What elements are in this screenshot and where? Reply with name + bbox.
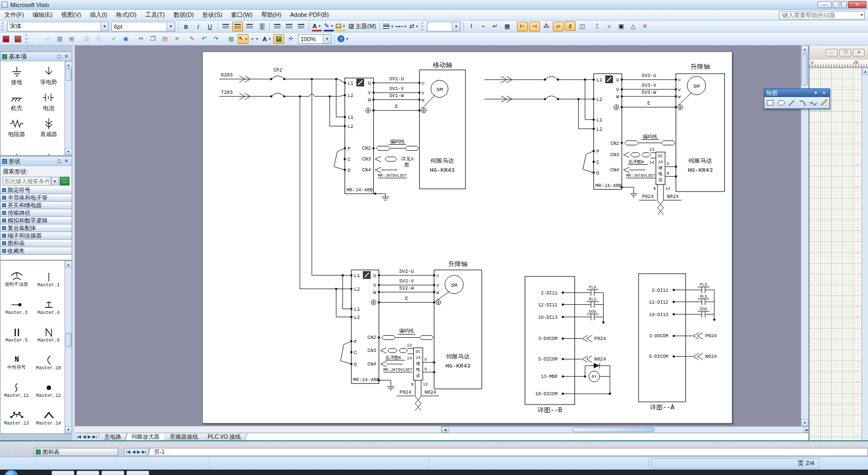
align-center-button[interactable]: [232, 22, 243, 31]
zoom-tool[interactable]: ⌕: [604, 22, 615, 31]
toolbar-grip[interactable]: [2, 22, 4, 30]
stencil-shape-6[interactable]: 衰减器: [33, 113, 65, 139]
chevron-down-icon[interactable]: ▼: [860, 13, 864, 17]
pointer-tool-button[interactable]: ↖▼: [238, 34, 248, 44]
help-button[interactable]: ?▼: [337, 34, 349, 44]
chevron-down-icon[interactable]: ▼: [812, 91, 819, 95]
line-weight-button[interactable]: ▼: [382, 22, 394, 31]
panel-close-icon[interactable]: ✕: [62, 158, 70, 164]
cut-button[interactable]: ✂: [136, 34, 146, 44]
text-tool-button[interactable]: A▼: [261, 34, 272, 44]
bold-button[interactable]: B: [181, 22, 192, 31]
category-bar[interactable]: 模拟和数字逻辑: [1, 217, 72, 224]
category-bar[interactable]: 开关和继电器: [1, 202, 72, 209]
stencil-shape-2[interactable]: 等电势: [33, 61, 65, 87]
delete-button[interactable]: ✕: [171, 34, 182, 44]
connector-tool-button[interactable]: ⌐▼: [250, 34, 260, 44]
master-shape[interactable]: Master.10: [33, 345, 65, 373]
font-size-combo[interactable]: 6pt▼: [111, 22, 175, 31]
category-bar[interactable]: 复合装配体: [1, 224, 72, 232]
copy-button[interactable]: ❐: [148, 34, 158, 44]
sheet-tab-2[interactable]: 伺服放大器: [125, 433, 167, 440]
search-go-button[interactable]: →: [60, 177, 69, 185]
underline-button[interactable]: U: [205, 22, 215, 31]
master-shape[interactable]: 暂时不清楚: [1, 262, 33, 290]
insert-picture-button[interactable]: ▩: [226, 34, 237, 44]
windows-taskbar[interactable]: [0, 470, 868, 475]
undo-button[interactable]: ↶: [199, 34, 209, 44]
italic-button[interactable]: I: [193, 22, 203, 31]
style-combo[interactable]: ▼: [427, 22, 461, 31]
line-color-button[interactable]: ✎▼: [323, 22, 334, 31]
snap-grid-toggle[interactable]: ♯: [565, 21, 576, 31]
print-button[interactable]: ⎙: [81, 34, 92, 44]
sheet-tab-4[interactable]: PLC I/O 接线: [202, 433, 247, 440]
master-shape[interactable]: Master.13: [1, 400, 33, 428]
nav-next-button[interactable]: ▶: [87, 434, 91, 439]
menu-item[interactable]: 文件(F): [0, 10, 28, 19]
menu-item[interactable]: 形状(S): [198, 10, 227, 19]
stencil-shape-partial[interactable]: [33, 139, 65, 155]
drawing-toolbar[interactable]: 绘图 ▼ ✕: [764, 88, 830, 109]
taskbar-button[interactable]: [101, 471, 124, 475]
paste-button[interactable]: ▤: [159, 34, 170, 44]
nav-next-button[interactable]: ▶: [137, 450, 140, 454]
nav-first-button[interactable]: |◀: [126, 450, 130, 454]
menu-item[interactable]: 插入(I): [85, 10, 111, 19]
menu-item[interactable]: 视图(V): [57, 10, 86, 19]
stencil-shape-5[interactable]: 电阻器: [1, 113, 33, 139]
sheet-tab-1[interactable]: 主电路: [98, 433, 128, 440]
toolbar-grip[interactable]: [422, 22, 424, 30]
format-painter-button[interactable]: ✎: [187, 34, 197, 44]
ellipse-tool[interactable]: [777, 99, 786, 107]
crop-tool[interactable]: ▣: [616, 22, 627, 31]
category-bar[interactable]: 图和表: [1, 240, 72, 247]
triangle-tool[interactable]: △: [628, 22, 639, 31]
rectangle-tool[interactable]: [766, 99, 775, 107]
restore-button[interactable]: ❐: [839, 49, 851, 56]
stencil-title-bar[interactable]: 基本项 ◻ ✕: [1, 52, 72, 61]
open-button[interactable]: ▱: [42, 34, 53, 44]
taskbar-button[interactable]: [52, 471, 74, 475]
shapes-title-bar[interactable]: 形状 ◻ ✕: [1, 157, 72, 166]
category-bar[interactable]: 收藏夹: [1, 247, 72, 255]
master-shape[interactable]: N中性符号: [1, 345, 33, 373]
minimized-window-titlebar[interactable]: 图和表: [34, 448, 118, 456]
glue-toggle[interactable]: ⊣: [529, 22, 540, 31]
dynamic-grid-toggle[interactable]: ⁂: [541, 22, 552, 31]
font-combo[interactable]: 宋体▼: [7, 22, 109, 31]
drawing-page[interactable]: 移动轴SMSV1-UUUSV1-VVVSV1-WWWEL1L2L1L2PCDCN…: [202, 52, 732, 423]
stencil-shape-1[interactable]: 接地: [1, 61, 33, 87]
layout-shapes-tool[interactable]: ▦: [502, 22, 513, 31]
menu-item[interactable]: 工具(T): [141, 10, 169, 19]
minimize-button[interactable]: —: [818, 1, 832, 8]
pan-zoom-button[interactable]: ✛: [285, 34, 296, 44]
pencil-tool[interactable]: [820, 99, 828, 107]
nav-prev-button[interactable]: ◀: [132, 450, 135, 454]
taskbar-button[interactable]: [126, 471, 149, 475]
menu-item[interactable]: Adobe PDF(B): [286, 10, 334, 19]
master-shape[interactable]: Master.4: [33, 290, 65, 317]
close-button[interactable]: ✕: [853, 49, 865, 56]
scroll-up-icon[interactable]: ▲: [862, 68, 868, 75]
panel-maximize-icon[interactable]: ◻: [55, 54, 62, 59]
master-shape[interactable]: Master.5: [1, 317, 33, 345]
stencil-shape-3[interactable]: 机壳: [1, 87, 33, 113]
line-ends-button[interactable]: ⇄▼: [409, 22, 419, 31]
nav-first-button[interactable]: |◀: [76, 434, 81, 439]
master-shape[interactable]: Master.3: [1, 290, 33, 317]
drawing-tools-button[interactable]: [273, 34, 284, 44]
connector-split-tool[interactable]: ⌁: [478, 22, 489, 31]
adobe-pdf-email-button[interactable]: [12, 34, 23, 44]
stencil-scrollbar[interactable]: ▲ ▼: [65, 61, 72, 155]
stencil-shape-4[interactable]: 电池: [33, 87, 65, 113]
menu-item[interactable]: 格式(O): [112, 10, 141, 19]
connection-points-toggle[interactable]: ◫: [577, 22, 588, 31]
freeform-tool[interactable]: [809, 99, 818, 107]
print-preview-button[interactable]: ⎘: [93, 34, 104, 44]
menu-item[interactable]: 编辑(E): [28, 10, 57, 19]
save-button[interactable]: ▥: [54, 34, 65, 44]
page-tab[interactable]: 页-1: [148, 448, 171, 455]
increase-indent-button[interactable]: [296, 22, 307, 31]
help-search-input[interactable]: [779, 11, 865, 20]
